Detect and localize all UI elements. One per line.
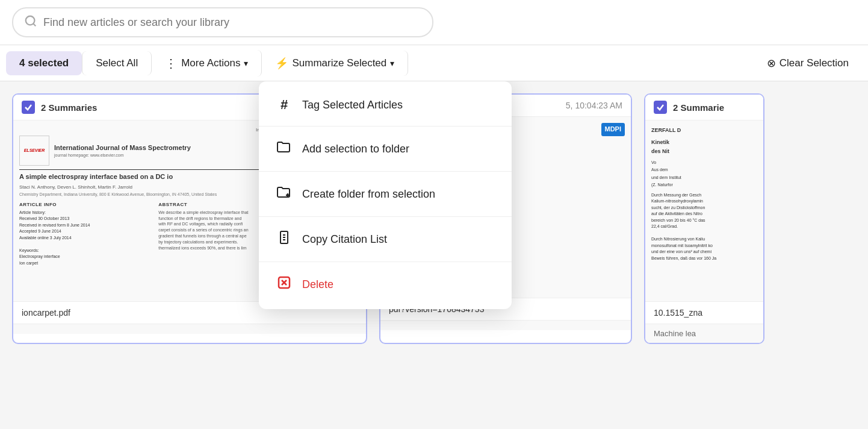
card-3-title-text: Kinetik [651,139,757,147]
card-3-content: ZERFALL D Kinetik des Nit Vo Aus dem und… [651,127,757,261]
dropdown-divider-4 [259,261,512,262]
more-actions-button[interactable]: ⋮ More Actions ▾ [152,50,262,77]
card-3-subtitle: des Nit [651,148,757,156]
search-input[interactable] [43,16,421,29]
card-2-date: 5, 10:04:23 AM [566,101,622,110]
add-folder-icon [276,140,293,158]
summarize-label: Summarize Selected [292,57,386,69]
article-info-title: ARTICLE INFO [19,201,153,208]
more-actions-dots-icon: ⋮ [165,56,178,70]
summarize-chevron-icon: ▾ [390,58,394,68]
more-actions-label: More Actions [181,57,240,69]
lightning-icon: ⚡ [275,57,288,70]
pdf-journal-title: International Journal of Mass Spectromet… [54,143,191,152]
svg-line-1 [33,23,36,26]
card-3-footer: 10.1515_zna [645,301,763,324]
card-3-body: Durch Messung der Gesch Kalium-nitrosohy… [651,192,757,262]
dropdown-add-folder-item[interactable]: Add selection to folder [259,129,512,169]
card-3-heading: ZERFALL D [651,127,757,135]
create-folder-icon [276,185,293,203]
dropdown-delete-label: Delete [302,278,333,291]
svg-point-0 [26,16,35,25]
card-3-checkbox[interactable] [654,101,667,114]
dropdown-create-folder-item[interactable]: Create folder from selection [259,174,512,214]
chevron-down-icon: ▾ [244,58,248,68]
clear-icon: ⊗ [767,57,776,70]
card-3-tag: Machine lea [645,324,763,343]
card-3-inst: und dem Institut [651,175,757,181]
copy-citation-icon [276,230,293,248]
dropdown-tag-label: Tag Selected Articles [302,99,403,111]
dropdown-copy-citation-item[interactable]: Copy Citation List [259,219,512,259]
article-history: Article history: Received 30 October 201… [19,210,153,267]
card-3-header: 2 Summarie [645,95,763,121]
dropdown-copy-citation-label: Copy Citation List [302,233,387,246]
toolbar: 4 selected Select All ⋮ More Actions ▾ ⚡… [0,45,868,81]
dropdown-tag-item[interactable]: # Tag Selected Articles [259,86,512,124]
elsevier-logo: ELSEVIER [19,136,49,166]
card-3-title: 2 Summarie [673,102,755,113]
pdf-article-info: ARTICLE INFO Article history: Received 3… [19,201,153,267]
search-bar [12,7,433,37]
selected-count-label: 4 selected [19,57,69,69]
summarize-button[interactable]: ⚡ Summarize Selected ▾ [262,51,408,76]
delete-icon [276,275,293,293]
content-area: 2 Summaries 1/25/... International Journ… [0,81,868,356]
card-3-znat: (Z. Naturfor [651,182,757,189]
dropdown-divider-3 [259,216,512,217]
pdf-journal-info: International Journal of Mass Spectromet… [54,143,191,158]
top-bar [0,0,868,45]
pdf-journal-sub: journal homepage: www.elsevier.com [54,152,191,158]
selected-count-button[interactable]: 4 selected [6,51,82,75]
dropdown-create-folder-label: Create folder from selection [302,188,435,201]
mdpi-logo: MDPI [601,123,625,136]
clear-label: Clear Selection [780,57,849,69]
card-1-tag [13,324,366,334]
card-2-tag [380,320,631,330]
clear-selection-button[interactable]: ⊗ Clear Selection [754,51,862,76]
dropdown-divider-1 [259,126,512,127]
more-actions-dropdown: # Tag Selected Articles Add selection to… [259,81,512,309]
article-card-3: 2 Summarie ZERFALL D Kinetik des Nit Vo … [644,93,764,344]
card-1-checkbox[interactable] [22,101,35,114]
select-all-button[interactable]: Select All [82,51,152,75]
search-icon [24,14,37,30]
card-3-thumbnail: ZERFALL D Kinetik des Nit Vo Aus dem und… [645,121,763,301]
dropdown-add-folder-label: Add selection to folder [302,143,409,155]
card-3-vol: Vo [651,160,757,166]
tag-icon: # [276,97,293,113]
dropdown-divider-2 [259,171,512,172]
card-3-aus: Aus dem [651,167,757,174]
dropdown-delete-item[interactable]: Delete [259,265,512,304]
select-all-label: Select All [96,57,138,69]
